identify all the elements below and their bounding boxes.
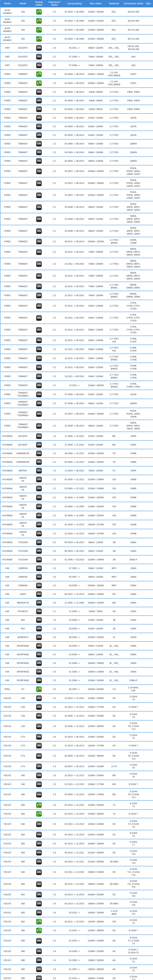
cell-production-years: 01.2006 ->	[62, 667, 86, 676]
cell-engine-capacity: 2.2	[46, 88, 62, 96]
cell-engine-capacity: 2.2	[46, 372, 62, 381]
fuel-on-icon: ON	[36, 337, 42, 343]
cell-engine-capacity: 2.2	[46, 493, 62, 502]
cell-marka: VOLVO	[0, 839, 14, 848]
cell-engine-code: B 4164 T2	[123, 917, 144, 926]
cell-body: CM	[105, 475, 123, 484]
cell-production-years: 04.2006 -> 08.2014	[62, 105, 86, 113]
cell-production-years: 04.2011 -> 12.2015	[62, 866, 86, 878]
cell-model: S60	[14, 800, 32, 810]
cell-model: C30	[14, 694, 32, 703]
cell-description	[144, 105, 153, 113]
fuel-on-icon: ON	[36, 881, 42, 887]
cell-model: TRANSIT	[14, 105, 32, 113]
cell-engine-code: CYFA, CYFB, CYFC, CYFD	[123, 300, 144, 312]
cell-fuel-type: ON	[32, 598, 46, 607]
table-row: KIACARENSON2.008.2009 ->100kW / 136KMMPV…	[0, 581, 153, 590]
fuel-on-icon: ON	[36, 522, 42, 527]
fuel-on-icon: ON	[36, 652, 42, 657]
cell-description	[144, 667, 153, 676]
cell-engine-power: 110kW / 150KM	[86, 493, 105, 502]
cell-fuel-type: ON	[32, 291, 46, 300]
cell-fuel-type: ON	[32, 667, 46, 676]
cell-production-years: 10.2010 -> 12.2012	[62, 703, 86, 711]
cell-description	[144, 399, 153, 408]
cell-engine-capacity: 2.0	[46, 818, 62, 830]
cell-body: AS	[105, 965, 123, 974]
cell-description	[144, 741, 153, 750]
cell-body: D5	[105, 890, 123, 899]
cell-marka: VOLVO	[0, 771, 14, 780]
cell-engine-code: D4EB	[123, 484, 144, 493]
cell-model: 156	[14, 25, 32, 34]
cell-engine-capacity: 2.2	[46, 61, 62, 70]
fuel-on-icon: ON	[36, 583, 42, 588]
cell-production-years: 10.2010 -> 12.2012	[62, 780, 86, 789]
cell-description	[144, 899, 153, 908]
cell-marka: VOLVO	[0, 926, 14, 935]
table-row: FORDTRANSITON2.210.2011 -> 08.201492kW /…	[0, 363, 153, 372]
fuel-on-icon: ON	[36, 591, 42, 597]
fuel-on-icon: ON	[36, 115, 42, 121]
cell-engine-capacity: 2.4	[46, 789, 62, 800]
cell-description	[144, 390, 153, 399]
cell-engine-capacity: 2.0	[46, 581, 62, 590]
cell-description	[144, 965, 153, 974]
fuel-on-icon: ON	[36, 609, 42, 614]
cell-body: 2.3 16V CNG [RWD]	[105, 79, 123, 88]
cell-engine-code: D 5204 T5	[123, 771, 144, 780]
cell-production-years: 10.2007 -> 08.2014	[62, 165, 86, 177]
cell-production-years: 04.2006 -> 08.2014	[62, 148, 86, 157]
cell-engine-code: D 5204 T	[123, 741, 144, 750]
cell-body: JC	[105, 633, 123, 641]
cell-engine-code: D4EB	[123, 502, 144, 511]
cell-model: S60	[14, 899, 32, 908]
cell-engine-code: D 5244 T8, D 5244 T13	[123, 789, 144, 800]
table-row: FORDTRANSITON2.210.2011 -> 08.201492kW /…	[0, 312, 153, 324]
cell-engine-power: 119kW / 162KM	[86, 7, 105, 16]
cell-production-years: 08.2004 -> 03.2010	[62, 547, 86, 555]
cell-engine-code: DRRA, DRRB, DRRC	[123, 282, 144, 291]
cell-description	[144, 633, 153, 641]
cell-production-years: 01.2009 -> 12.2012	[62, 529, 86, 538]
cell-engine-power: 120kW / 163KM	[86, 935, 105, 947]
table-row: VOLVOS60ON2.404.2014 -> 12.2015169kW / 2…	[0, 890, 153, 899]
cell-engine-code: Z 20 NHH, LNF	[123, 685, 144, 694]
cell-description	[144, 800, 153, 810]
cell-engine-code: B 4164 T	[123, 926, 144, 935]
cell-description	[144, 79, 153, 88]
cell-body: D3	[105, 818, 123, 830]
fuel-on-icon: ON	[36, 468, 42, 473]
table-row: VOLVOS60ON2.404.2014 -> 12.2015169kW / 2…	[0, 899, 153, 908]
cell-model: CARENS	[14, 573, 32, 581]
table-row: FORDTRANSITON2.210.2007 -> 08.2014103kW …	[0, 177, 153, 189]
fuel-on-icon: ON	[36, 283, 42, 289]
cell-engine-power: 100kW / 136KM	[86, 70, 105, 79]
cell-marka: FORD	[0, 139, 14, 148]
cell-marka: FORD	[0, 363, 14, 372]
cell-description	[144, 372, 153, 381]
cell-marka: KIA	[0, 616, 14, 624]
cell-body: MPV	[105, 564, 123, 573]
cell-body: ED	[105, 590, 123, 598]
cell-fuel-type: ON	[32, 711, 46, 720]
cell-marka: VOLVO	[0, 780, 14, 789]
table-row: VOLVOC30ON2.410.2006 -> 12.2012120kW / 1…	[0, 711, 153, 720]
col-header-moc-silnika: Moc silnika	[86, 0, 105, 7]
cell-engine-power: 85kW / 115KM	[86, 573, 105, 581]
cell-description	[144, 935, 153, 947]
fuel-pb-icon: PB	[36, 919, 42, 924]
cell-marka: KIA	[0, 607, 14, 616]
cell-engine-capacity: 2.0	[46, 16, 62, 25]
table-row: FIATDUCATOON2.207.2006 ->74kW / 100KM250…	[0, 52, 153, 61]
table-row: HYUNDAISANTA FEON2.203.2006 -> 12.200911…	[0, 502, 153, 511]
cell-fuel-type: ON	[32, 857, 46, 866]
cell-marka: FORD	[0, 225, 14, 237]
cell-fuel-type: ON	[32, 741, 46, 750]
cell-description	[144, 818, 153, 830]
cell-engine-code: D 5244 T8, D 5244 T13	[123, 720, 144, 732]
fuel-on-icon: ON	[36, 734, 42, 740]
table-row: ALFA ROMEO156PB2.003.2002 -> 09.2005122k…	[0, 25, 153, 34]
cell-engine-capacity: 2.2	[46, 458, 62, 466]
cell-model: SANTA FE	[14, 475, 32, 484]
